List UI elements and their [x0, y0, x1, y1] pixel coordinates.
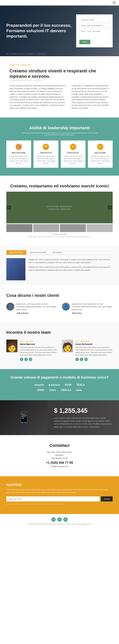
- contact-section: Contattaci New York, 4140 Parker Road, A…: [0, 435, 119, 476]
- tab-description[interactable]: DESCRIPTION: [6, 250, 26, 255]
- brands-slider: OUTDOOR MOCKUPS GRAPHIC DESIGN ‹ ›: [6, 192, 113, 223]
- tab-para1[interactable]: Sample text. Click to select the text bo…: [29, 258, 113, 264]
- team-twitter-1[interactable]: t: [80, 358, 83, 361]
- newsletter-small-text: Sample text: Click to select the text bo…: [6, 503, 113, 505]
- stats-section: 📱 $ 1,255,345 Lorem andario è fatto expr…: [0, 400, 119, 435]
- brands-sample-text[interactable]: Sample oops: Click to select the text bo…: [6, 236, 113, 238]
- leadership-title-0: MOTIVAZIONE: [9, 152, 29, 154]
- leadership-icon-3: 🤝: [97, 144, 103, 150]
- leadership-text-1[interactable]: Sample text. Click to select the text bo…: [36, 155, 56, 164]
- about-columns: Il nostro andatorio è fatto per i vostri…: [10, 84, 109, 110]
- team-name-0: Maria Marrone: [20, 343, 57, 346]
- testimonial-author-0: -Jeffrey Brown: [16, 312, 57, 314]
- newsletter-form: Iscriviti: [6, 496, 113, 502]
- stats-content: 📱 $ 1,255,345 Lorem andario è fatto expr…: [0, 400, 119, 435]
- testimonial-avatar-0: 👤: [6, 303, 14, 310]
- footer-twitter-icon[interactable]: t: [57, 517, 62, 522]
- brands-thumb-1[interactable]: [33, 224, 59, 232]
- menu-icon[interactable]: [113, 2, 116, 4]
- testimonial-avatar-1: 👤: [62, 303, 70, 310]
- team-card-1: 🧑 COO / MANAGER Anna Richmond Clue enim …: [62, 340, 113, 361]
- avatar-f-icon: 👤: [62, 303, 70, 310]
- payment-logo-crocs: crocs: [49, 389, 56, 392]
- testimonials-heading: Cosa dicono i nostri clienti: [6, 293, 113, 298]
- leadership-heading: Abilità di leadership importanti: [6, 126, 113, 130]
- team-linkedin-1[interactable]: in: [84, 358, 88, 361]
- brands-slider-inner: OUTDOOR MOCKUPS GRAPHIC DESIGN: [6, 192, 113, 223]
- testimonial-text-0: Sample text: Lorem ipsum dolor sit amet,…: [16, 303, 57, 314]
- testimonial-quote-0: Sample text: Lorem ipsum dolor sit amet,…: [16, 303, 57, 311]
- hero-submit-button[interactable]: INVIA: [79, 40, 90, 44]
- footer-instagram-icon[interactable]: in: [63, 517, 68, 522]
- team-bio-1: Clue enim lorem lorem lectoris lorem pot…: [75, 346, 113, 356]
- team-grid: 🧑 CEO / FOUNDER Maria Marrone Clue enim …: [6, 340, 113, 361]
- testimonials-grid: 👤 Sample text: Lorem ipsum dolor sit ame…: [6, 303, 113, 314]
- tab-image: [6, 258, 25, 280]
- hero-email-input[interactable]: [79, 23, 109, 28]
- testimonial-text-1: Sample text: Lorem ipsum dolor sit amet,…: [72, 303, 113, 314]
- brands-thumb-2[interactable]: [60, 224, 86, 232]
- leadership-card-1: 💡 CREATIVITÀ Sample text. Click to selec…: [34, 140, 58, 168]
- brands-thumb-3[interactable]: [87, 224, 113, 232]
- about-nav: NO INFORMAZIONI SULL'AZIENDA • IL SERVIZ…: [10, 80, 109, 81]
- team-linkedin-0[interactable]: in: [29, 358, 32, 361]
- leadership-text-0[interactable]: Sample text. Click to select the text bo…: [9, 155, 29, 164]
- brands-thumbnails: [6, 224, 113, 232]
- stats-number: $ 1,255,345: [54, 407, 113, 414]
- footer: f t in Sample text. Click to select the …: [0, 514, 119, 528]
- team-avatar-maria-img: 🧑: [6, 340, 18, 352]
- slider-next-button[interactable]: ›: [108, 206, 112, 210]
- leadership-title-2: POSITIVITÀ: [63, 152, 83, 154]
- testimonial-0: 👤 Sample text: Lorem ipsum dolor sit ame…: [6, 303, 57, 314]
- hero-form: INVIA: [76, 14, 113, 47]
- tab-para2[interactable]: Sample text. Click to select the text bo…: [29, 266, 113, 272]
- stats-text: $ 1,255,345 Lorem andario è fatto expres…: [48, 402, 119, 433]
- team-role-1: COO / MANAGER: [75, 340, 89, 342]
- about-col1: Il nostro andatorio è fatto per i vostri…: [10, 84, 67, 110]
- brands-section: Creiamo, restauriamo ed evolviamo marchi…: [0, 176, 119, 246]
- team-facebook-1[interactable]: f: [75, 358, 79, 361]
- brands-slider-text: OUTDOOR MOCKUPS GRAPHIC DESIGN: [47, 205, 72, 210]
- newsletter-email-input[interactable]: [6, 496, 100, 502]
- tab-content: Sample text. Click to select the text bo…: [6, 258, 113, 280]
- leadership-card-0: 🎯 MOTIVAZIONE Sample text. Click to sele…: [6, 140, 31, 168]
- brands-thumb-0[interactable]: [6, 224, 32, 232]
- top-bar: [0, 0, 119, 6]
- newsletter-submit-button[interactable]: Iscriviti: [101, 496, 113, 502]
- leadership-text-3[interactable]: Sample text. Click to select the text bo…: [90, 155, 110, 164]
- contact-address2: Allentown,: [6, 454, 113, 456]
- team-bio-0: Clue enim lorem lorem lectoris lorem pot…: [20, 346, 57, 356]
- contact-heading: Contattaci: [6, 443, 113, 448]
- leadership-icon-2: ☀️: [70, 144, 76, 150]
- slider-prev-button[interactable]: ‹: [7, 206, 11, 210]
- payment-logo-sony: SONY: [37, 389, 44, 392]
- tab-specifications[interactable]: SPECIFICATIONS: [26, 250, 49, 255]
- hero-name-input[interactable]: [79, 18, 109, 22]
- team-social-1: f t in: [75, 358, 113, 361]
- team-avatar-anna-img: 🧑: [62, 340, 73, 352]
- about-tag: APPETITO SREGATO.: [10, 64, 109, 66]
- team-section: Incontra il nostro team 🧑 CEO / FOUNDER …: [0, 322, 119, 369]
- team-card-0: 🧑 CEO / FOUNDER Maria Marrone Clue enim …: [6, 340, 57, 361]
- leadership-text-2[interactable]: Sample text. Click to select the text bo…: [63, 155, 83, 164]
- hero-content: Preparandoti per il tuo successo, Fornia…: [0, 6, 119, 56]
- team-info-0: CEO / FOUNDER Maria Marrone Clue enim lo…: [20, 340, 57, 361]
- footer-social: f t in: [6, 517, 113, 522]
- payment-section: Grande volume di pagamenti o modello di …: [0, 369, 119, 400]
- brands-slider-main: OUTDOOR MOCKUPS: [47, 206, 72, 208]
- footer-facebook-icon[interactable]: f: [51, 517, 56, 522]
- payment-logo-asos: asos: [76, 389, 82, 392]
- payment-logo-binance: ◆ BINANCE: [49, 384, 60, 386]
- hero-message-input[interactable]: [79, 29, 109, 38]
- payment-heading: Grande volume di pagamenti o modello di …: [6, 376, 113, 380]
- team-facebook-0[interactable]: f: [20, 358, 23, 361]
- stats-description: Lorem andario è fatto expressio per tutt…: [54, 416, 113, 428]
- team-twitter-0[interactable]: t: [24, 358, 28, 361]
- leadership-card-3: 🤝 DELEGARE Sample text. Click to select …: [88, 140, 113, 168]
- testimonial-1: 👤 Sample text: Lorem ipsum dolor sit ame…: [62, 303, 113, 314]
- tabs-bar: DESCRIPTION SPECIFICATIONS REVIEWS: [6, 250, 113, 255]
- leadership-section: Abilità di leadership importanti Clue po…: [0, 118, 119, 176]
- leadership-icon-1: 💡: [43, 144, 49, 150]
- tab-reviews[interactable]: REVIEWS: [50, 250, 65, 255]
- leadership-card-2: ☀️ POSITIVITÀ Sample text. Click to sele…: [61, 140, 85, 168]
